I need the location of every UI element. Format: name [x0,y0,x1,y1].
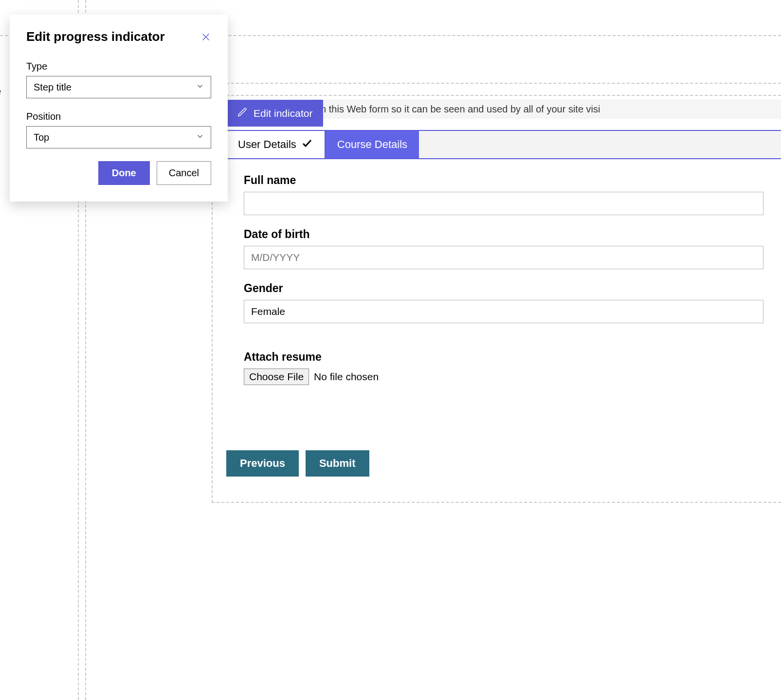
info-banner: on this Web form so it can be seen and u… [311,99,781,119]
file-status-text: No file chosen [314,371,379,383]
type-label: Type [26,61,211,72]
full-name-input[interactable] [244,192,763,215]
form-nav-buttons: Previous Submit [226,450,369,477]
gender-select[interactable] [244,300,763,323]
choose-file-button[interactable]: Choose File [244,368,309,385]
clipped-text-fragment: e [0,85,1,98]
tab-label: User Details [238,138,296,151]
position-label: Position [26,111,211,122]
progress-step-tabs: User Details Course Details [226,130,781,159]
gender-label: Gender [244,282,763,295]
type-select[interactable] [26,76,211,98]
tab-label: Course Details [337,138,407,151]
field-attach-resume: Attach resume Choose File No file chosen [244,350,763,385]
canvas-guide-horizontal-2 [212,83,781,84]
dob-input[interactable] [244,246,763,269]
tab-course-details[interactable]: Course Details [326,131,419,158]
pencil-icon [237,107,248,120]
tab-user-details[interactable]: User Details [226,131,326,158]
submit-button[interactable]: Submit [306,450,369,477]
form-area: Full name Date of birth Gender Attach re… [226,159,781,407]
dialog-title: Edit progress indicator [26,29,165,44]
close-icon[interactable] [200,32,211,42]
edit-indicator-button[interactable]: Edit indicator [226,100,323,127]
done-button[interactable]: Done [98,161,150,185]
attach-label: Attach resume [244,350,763,364]
edit-progress-indicator-dialog: Edit progress indicator Type Position Do… [10,15,228,202]
info-banner-text: on this Web form so it can be seen and u… [315,104,600,115]
previous-button[interactable]: Previous [226,450,299,477]
cancel-button[interactable]: Cancel [157,161,211,185]
full-name-label: Full name [244,174,763,187]
field-full-name: Full name [244,174,763,215]
position-select[interactable] [26,126,211,148]
dob-label: Date of birth [244,228,763,241]
checkmark-icon [301,137,313,152]
field-date-of-birth: Date of birth [244,228,763,269]
edit-indicator-label: Edit indicator [254,108,312,119]
field-gender: Gender [244,282,763,323]
